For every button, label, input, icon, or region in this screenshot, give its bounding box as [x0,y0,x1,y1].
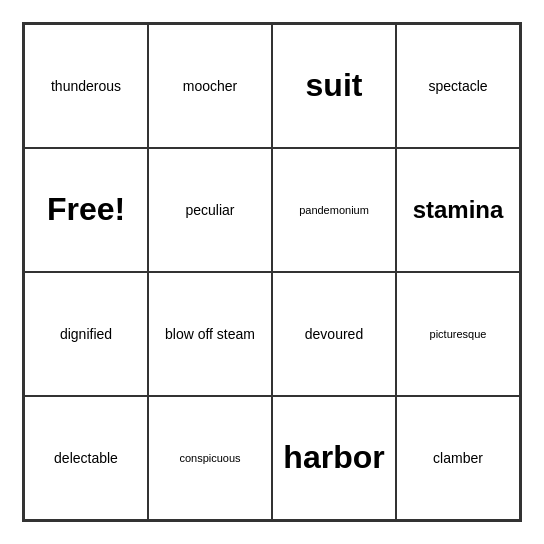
cell-r2c1: blow off steam [148,272,272,396]
cell-r2c2: devoured [272,272,396,396]
cell-r0c3: spectacle [396,24,520,148]
cell-r1c2: pandemonium [272,148,396,272]
bingo-card: thunderous moocher suit spectacle Free! … [22,22,522,522]
cell-r3c1: conspicuous [148,396,272,520]
cell-r1c1: peculiar [148,148,272,272]
cell-r3c2: harbor [272,396,396,520]
cell-r2c0: dignified [24,272,148,396]
cell-r0c1: moocher [148,24,272,148]
cell-r1c0: Free! [24,148,148,272]
cell-r1c3: stamina [396,148,520,272]
cell-r0c2: suit [272,24,396,148]
cell-r3c3: clamber [396,396,520,520]
cell-r2c3: picturesque [396,272,520,396]
cell-r0c0: thunderous [24,24,148,148]
cell-r3c0: delectable [24,396,148,520]
